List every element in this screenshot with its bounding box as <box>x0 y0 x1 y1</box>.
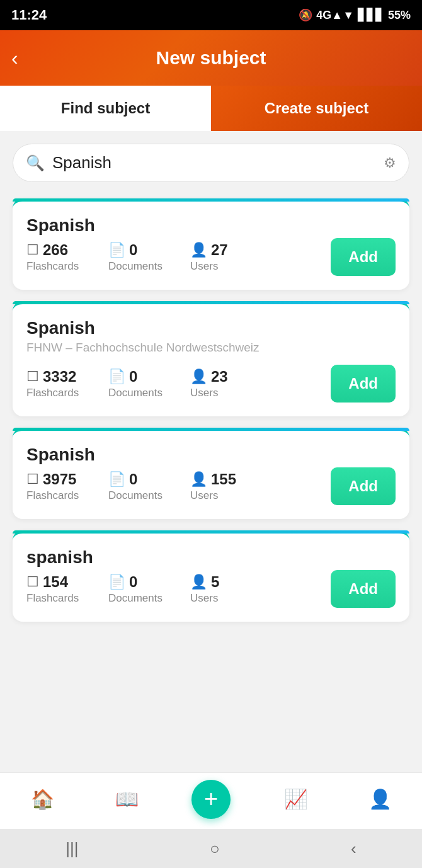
flashcard-label: Flashcards <box>26 592 79 605</box>
card-stats: ☐ 154 Flashcards 📄 0 Documents 👤 5 Users <box>26 570 396 608</box>
search-container: 🔍 ⚙ <box>0 131 422 188</box>
document-label: Documents <box>108 387 163 399</box>
document-icon: 📄 <box>108 574 125 590</box>
add-button-1[interactable]: Add <box>331 365 396 403</box>
document-count: 0 <box>129 241 137 259</box>
add-button-0[interactable]: Add <box>331 238 396 276</box>
stat-flashcards: ☐ 266 Flashcards <box>26 241 108 273</box>
stat-documents: 📄 0 Documents <box>108 368 190 399</box>
stat-flashcards: ☐ 154 Flashcards <box>26 573 108 605</box>
user-icon: 👤 <box>190 242 207 258</box>
flashcard-label: Flashcards <box>26 387 79 399</box>
search-icon: 🔍 <box>26 154 45 172</box>
subject-card-3: spanish ☐ 154 Flashcards 📄 0 Documents 👤 <box>13 530 409 622</box>
nav-profile[interactable]: 👤 <box>338 788 422 810</box>
user-label: Users <box>190 260 218 273</box>
user-count: 23 <box>211 368 228 385</box>
user-icon: 👤 <box>190 574 207 590</box>
nav-library[interactable]: 📖 <box>84 788 169 810</box>
flashcard-label: Flashcards <box>26 260 79 273</box>
stat-documents: 📄 0 Documents <box>108 241 190 273</box>
add-button-3[interactable]: Add <box>331 570 396 608</box>
sys-back-icon[interactable]: ‹ <box>351 839 356 859</box>
document-label: Documents <box>108 592 163 605</box>
stat-documents: 📄 0 Documents <box>108 573 190 605</box>
filter-icon[interactable]: ⚙ <box>384 155 396 171</box>
nav-stats[interactable]: 📈 <box>253 788 338 810</box>
flashcard-icon: ☐ <box>26 574 39 590</box>
user-label: Users <box>190 387 218 399</box>
add-button-2[interactable]: Add <box>331 467 396 505</box>
user-count: 5 <box>211 573 219 591</box>
subject-card-0: Spanish ☐ 266 Flashcards 📄 0 Documents 👤 <box>13 198 409 290</box>
flashcard-icon: ☐ <box>26 242 39 258</box>
card-title: Spanish <box>26 318 396 338</box>
flashcard-count: 266 <box>43 241 68 259</box>
stat-users: 👤 155 Users <box>190 471 272 502</box>
mute-icon: 🔕 <box>299 8 312 22</box>
system-nav-bar: ||| ○ ‹ <box>0 829 422 868</box>
cards-container: Spanish ☐ 266 Flashcards 📄 0 Documents 👤 <box>0 188 422 772</box>
document-icon: 📄 <box>108 368 125 385</box>
nav-home[interactable]: 🏠 <box>0 788 84 810</box>
library-icon: 📖 <box>115 788 139 810</box>
status-right: 🔕 4G▲▼ ▋▋▋ 55% <box>299 8 411 22</box>
document-count: 0 <box>129 573 137 591</box>
stat-flashcards: ☐ 3975 Flashcards <box>26 471 108 502</box>
tab-find-subject[interactable]: Find subject <box>0 86 211 131</box>
flashcard-count: 154 <box>43 573 68 591</box>
card-stats: ☐ 3975 Flashcards 📄 0 Documents 👤 155 Us… <box>26 467 396 505</box>
page-title: New subject <box>156 47 266 69</box>
stat-users: 👤 5 Users <box>190 573 272 605</box>
stat-users: 👤 27 Users <box>190 241 272 273</box>
card-title: spanish <box>26 547 396 568</box>
document-label: Documents <box>108 489 163 502</box>
stat-flashcards: ☐ 3332 Flashcards <box>26 368 108 399</box>
user-label: Users <box>190 592 218 605</box>
subject-card-2: Spanish ☐ 3975 Flashcards 📄 0 Documents … <box>13 428 409 519</box>
user-icon: 👤 <box>190 471 207 488</box>
add-icon[interactable]: + <box>191 780 231 819</box>
search-input[interactable] <box>52 153 376 173</box>
stat-users: 👤 23 Users <box>190 368 272 399</box>
document-count: 0 <box>129 368 137 385</box>
signal-bars: ▋▋▋ <box>358 8 384 22</box>
flashcard-label: Flashcards <box>26 489 79 502</box>
card-stats: ☐ 266 Flashcards 📄 0 Documents 👤 27 User… <box>26 238 396 276</box>
tab-bar: Find subject Create subject <box>0 86 422 131</box>
card-subtitle: FHNW – Fachhochschule Nordwestschweiz <box>26 341 396 355</box>
sys-home-icon[interactable]: ○ <box>210 839 220 859</box>
flashcard-count: 3332 <box>43 368 76 385</box>
user-label: Users <box>190 489 218 502</box>
document-count: 0 <box>129 471 137 488</box>
header: ‹ New subject <box>0 30 422 86</box>
user-count: 155 <box>211 471 236 488</box>
card-stats: ☐ 3332 Flashcards 📄 0 Documents 👤 23 Use… <box>26 365 396 403</box>
status-bar: 11:24 🔕 4G▲▼ ▋▋▋ 55% <box>0 0 422 30</box>
nav-add[interactable]: + <box>169 780 253 819</box>
document-icon: 📄 <box>108 471 125 488</box>
flashcard-icon: ☐ <box>26 471 39 488</box>
stats-icon: 📈 <box>284 788 307 810</box>
sys-menu-icon[interactable]: ||| <box>66 839 78 859</box>
card-title: Spanish <box>26 445 396 465</box>
tab-create-subject[interactable]: Create subject <box>211 86 422 131</box>
subject-card-1: Spanish FHNW – Fachhochschule Nordwestsc… <box>13 301 409 416</box>
user-icon: 👤 <box>190 368 207 385</box>
flashcard-count: 3975 <box>43 471 76 488</box>
document-label: Documents <box>108 260 163 273</box>
back-button[interactable]: ‹ <box>11 47 18 70</box>
profile-icon: 👤 <box>368 788 392 810</box>
card-title: Spanish <box>26 215 396 236</box>
bottom-nav: 🏠 📖 + 📈 👤 <box>0 772 422 829</box>
search-box: 🔍 ⚙ <box>13 144 409 182</box>
document-icon: 📄 <box>108 242 125 258</box>
home-icon: 🏠 <box>31 788 54 810</box>
time: 11:24 <box>11 7 47 23</box>
flashcard-icon: ☐ <box>26 368 39 385</box>
stat-documents: 📄 0 Documents <box>108 471 190 502</box>
network-icon: 4G▲▼ <box>316 9 354 22</box>
user-count: 27 <box>211 241 228 259</box>
battery: 55% <box>388 9 411 22</box>
